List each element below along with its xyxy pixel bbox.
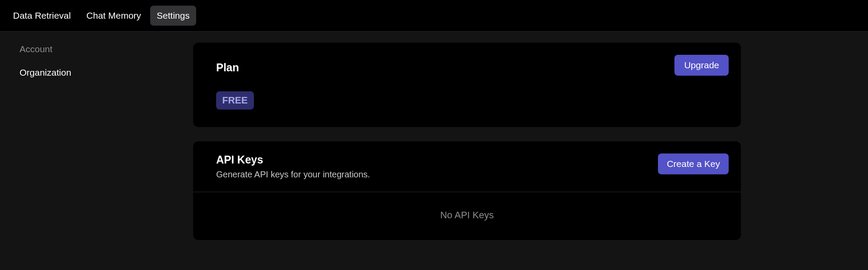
nav-item-data-retrieval[interactable]: Data Retrieval [7, 6, 77, 26]
main-content: Plan Upgrade FREE API Keys Generate API … [193, 32, 868, 270]
plan-title: Plan [216, 61, 239, 74]
api-keys-card: API Keys Generate API keys for your inte… [193, 141, 741, 240]
sidebar: Account Organization [0, 32, 193, 270]
api-keys-header: API Keys Generate API keys for your inte… [193, 141, 741, 192]
create-key-button[interactable]: Create a Key [658, 153, 729, 174]
api-keys-subtitle: Generate API keys for your integrations. [216, 170, 370, 180]
api-keys-title-group: API Keys Generate API keys for your inte… [216, 153, 370, 180]
api-keys-empty-message: No API Keys [193, 192, 741, 240]
upgrade-button[interactable]: Upgrade [674, 55, 729, 76]
sidebar-item-account[interactable]: Account [20, 44, 193, 54]
plan-badge: FREE [216, 91, 254, 110]
content-wrapper: Account Organization Plan Upgrade FREE A… [0, 32, 868, 270]
nav-item-chat-memory[interactable]: Chat Memory [80, 6, 148, 26]
top-nav: Data Retrieval Chat Memory Settings [0, 0, 868, 32]
plan-header: Plan Upgrade [216, 55, 729, 76]
sidebar-item-organization[interactable]: Organization [20, 67, 193, 78]
nav-item-settings[interactable]: Settings [150, 6, 196, 26]
api-keys-title: API Keys [216, 153, 370, 166]
plan-card: Plan Upgrade FREE [193, 43, 741, 127]
